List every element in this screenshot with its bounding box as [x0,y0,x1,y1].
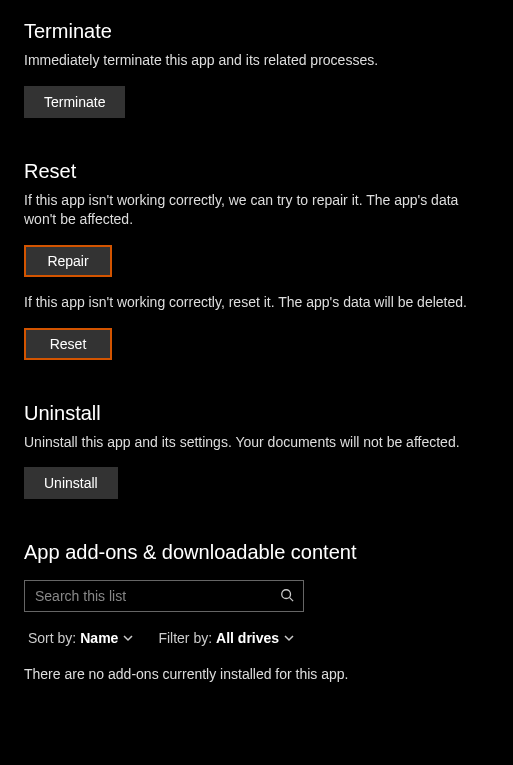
terminate-description: Immediately terminate this app and its r… [24,51,489,70]
search-button[interactable] [271,581,303,611]
uninstall-heading: Uninstall [24,402,489,425]
uninstall-section: Uninstall Uninstall this app and its set… [24,402,489,500]
addons-empty-message: There are no add-ons currently installed… [24,666,489,682]
uninstall-button[interactable]: Uninstall [24,467,118,499]
search-box [24,580,304,612]
uninstall-description: Uninstall this app and its settings. You… [24,433,489,452]
reset-heading: Reset [24,160,489,183]
addons-section: App add-ons & downloadable content Sort … [24,541,489,682]
reset-button[interactable]: Reset [24,328,112,360]
addons-heading: App add-ons & downloadable content [24,541,489,564]
terminate-heading: Terminate [24,20,489,43]
svg-point-0 [282,590,291,599]
sort-by-dropdown[interactable]: Sort by: Name [28,630,134,646]
sort-by-value: Name [80,630,118,646]
filter-by-label: Filter by: [158,630,212,646]
filters-row: Sort by: Name Filter by: All drives [24,630,489,646]
search-icon [280,588,294,605]
filter-by-dropdown[interactable]: Filter by: All drives [158,630,295,646]
repair-button[interactable]: Repair [24,245,112,277]
reset-description: If this app isn't working correctly, res… [24,293,489,312]
terminate-section: Terminate Immediately terminate this app… [24,20,489,118]
repair-description: If this app isn't working correctly, we … [24,191,489,229]
svg-line-1 [290,598,294,602]
filter-by-value: All drives [216,630,279,646]
search-input[interactable] [25,588,271,604]
sort-by-label: Sort by: [28,630,76,646]
reset-section: Reset If this app isn't working correctl… [24,160,489,360]
chevron-down-icon [283,632,295,644]
chevron-down-icon [122,632,134,644]
terminate-button[interactable]: Terminate [24,86,125,118]
